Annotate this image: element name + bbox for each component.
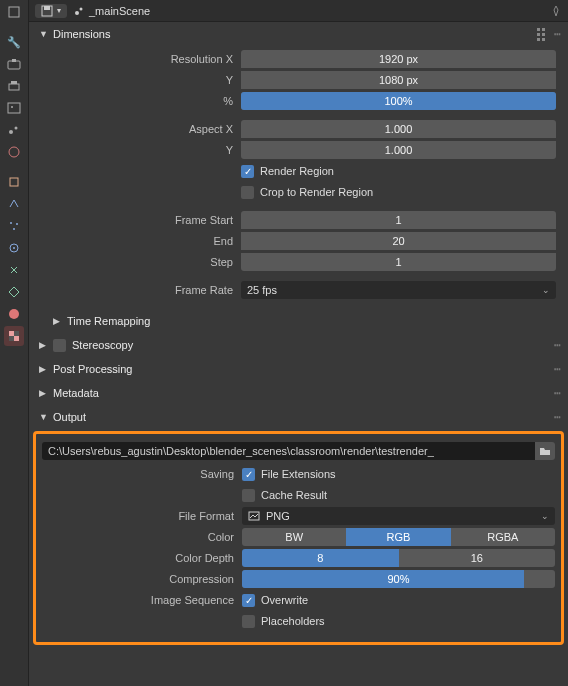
grip-icon[interactable]: ┅ [554, 339, 562, 352]
file-format-select[interactable]: PNG ⌄ [242, 507, 555, 525]
tool-world-icon[interactable] [4, 142, 24, 162]
aspect-y-input[interactable]: 1.000 [241, 141, 556, 159]
cache-result-checkbox[interactable] [242, 489, 255, 502]
left-toolbar: 🔧 [0, 0, 29, 686]
disclosure-triangle-icon: ▶ [39, 388, 49, 398]
aspect-x-input[interactable]: 1.000 [241, 120, 556, 138]
frame-rate-select[interactable]: 25 fps ⌄ [241, 281, 556, 299]
tool-texture-icon[interactable] [4, 326, 24, 346]
color-bw-button[interactable]: BW [242, 528, 346, 546]
panel-header-stereoscopy[interactable]: ▶ Stereoscopy ┅ [35, 333, 562, 357]
tool-wrench-icon[interactable]: 🔧 [4, 32, 24, 52]
svg-point-15 [13, 247, 15, 249]
grip-icon[interactable]: ┅ [554, 363, 562, 376]
panel-title: Stereoscopy [72, 339, 133, 351]
label-file-format: File Format [42, 510, 242, 522]
tool-camera-icon[interactable] [4, 54, 24, 74]
tool-object-icon[interactable] [4, 172, 24, 192]
svg-point-8 [15, 127, 18, 130]
panel-header-output[interactable]: ▼ Output ┅ [35, 405, 562, 429]
panel-title: Dimensions [53, 28, 110, 40]
disclosure-triangle-icon: ▼ [39, 412, 49, 422]
tool-modifier-icon[interactable] [4, 194, 24, 214]
svg-rect-2 [12, 59, 16, 62]
output-section-highlight: C:\Users\rebus_agustin\Desktop\blender_s… [33, 431, 564, 645]
label-image-sequence: Image Sequence [42, 594, 242, 606]
label-percent: % [41, 95, 241, 107]
overwrite-checkbox[interactable]: ✓ [242, 594, 255, 607]
crop-render-region-checkbox[interactable] [241, 186, 254, 199]
panel-header-time-remapping[interactable]: ▶ Time Remapping [35, 309, 562, 333]
svg-point-23 [75, 11, 79, 15]
render-region-checkbox[interactable]: ✓ [241, 165, 254, 178]
disclosure-triangle-icon: ▶ [39, 364, 49, 374]
label-aspect-y: Y [41, 144, 241, 156]
stereoscopy-enable-checkbox[interactable] [53, 339, 66, 352]
header-bar: ▾ _mainScene [29, 0, 568, 22]
resolution-y-input[interactable]: 1080 px [241, 71, 556, 89]
label-frame-start: Frame Start [41, 214, 241, 226]
tool-printer-icon[interactable] [4, 76, 24, 96]
label-aspect-x: Aspect X [41, 123, 241, 135]
svg-point-7 [9, 130, 13, 134]
svg-rect-19 [14, 331, 19, 336]
panel-title: Metadata [53, 387, 99, 399]
placeholders-checkbox[interactable] [242, 615, 255, 628]
svg-rect-1 [8, 61, 20, 69]
pin-context-dropdown[interactable]: ▾ [35, 4, 67, 18]
label-saving: Saving [42, 468, 242, 480]
tool-image-icon[interactable] [4, 98, 24, 118]
file-extensions-label: File Extensions [261, 468, 336, 480]
editor-type-dropdown-icon[interactable] [4, 2, 24, 22]
depth-8-button[interactable]: 8 [242, 549, 399, 567]
label-color: Color [42, 531, 242, 543]
color-mode-toggle: BW RGB RGBA [242, 528, 555, 546]
file-format-value: PNG [266, 510, 290, 522]
placeholders-label: Placeholders [261, 615, 325, 627]
tool-scene-icon[interactable] [4, 120, 24, 140]
tool-material-icon[interactable] [4, 304, 24, 324]
panel-header-dimensions[interactable]: ▼ Dimensions ┅ [35, 22, 562, 46]
label-frame-end: End [41, 235, 241, 247]
disclosure-triangle-icon: ▼ [39, 29, 49, 39]
disclosure-triangle-icon: ▶ [53, 316, 63, 326]
image-format-icon [248, 510, 260, 522]
compression-slider[interactable]: 90% [242, 570, 555, 588]
svg-point-13 [13, 228, 15, 230]
overwrite-label: Overwrite [261, 594, 308, 606]
panel-title: Output [53, 411, 86, 423]
tool-data-icon[interactable] [4, 282, 24, 302]
depth-16-button[interactable]: 16 [399, 549, 556, 567]
label-frame-rate: Frame Rate [41, 284, 241, 296]
color-rgba-button[interactable]: RGBA [451, 528, 555, 546]
panel-title: Time Remapping [67, 315, 150, 327]
scene-name[interactable]: _mainScene [73, 5, 544, 17]
properties-region: ▾ _mainScene ▼ Dimensions ┅ Resolution X [29, 0, 568, 686]
frame-end-input[interactable]: 20 [241, 232, 556, 250]
color-rgb-button[interactable]: RGB [346, 528, 450, 546]
frame-step-input[interactable]: 1 [241, 253, 556, 271]
frame-start-input[interactable]: 1 [241, 211, 556, 229]
cache-result-label: Cache Result [261, 489, 327, 501]
svg-rect-10 [10, 178, 18, 186]
svg-rect-18 [14, 336, 19, 341]
file-extensions-checkbox[interactable]: ✓ [242, 468, 255, 481]
grip-icon[interactable]: ┅ [554, 411, 562, 424]
tool-constraint-icon[interactable] [4, 260, 24, 280]
folder-icon [539, 445, 551, 457]
resolution-percent-slider[interactable]: 100% [241, 92, 556, 110]
preset-menu-icon[interactable] [536, 27, 550, 42]
tool-particle-icon[interactable] [4, 216, 24, 236]
resolution-x-input[interactable]: 1920 px [241, 50, 556, 68]
grip-icon[interactable]: ┅ [554, 387, 562, 400]
tool-physics-icon[interactable] [4, 238, 24, 258]
output-path-input[interactable]: C:\Users\rebus_agustin\Desktop\blender_s… [42, 442, 535, 460]
panel-header-metadata[interactable]: ▶ Metadata ┅ [35, 381, 562, 405]
browse-folder-button[interactable] [535, 442, 555, 460]
svg-rect-3 [9, 84, 19, 90]
panel-title: Post Processing [53, 363, 132, 375]
pin-icon[interactable] [550, 5, 562, 17]
panel-header-post-processing[interactable]: ▶ Post Processing ┅ [35, 357, 562, 381]
svg-rect-4 [11, 81, 17, 84]
grip-icon[interactable]: ┅ [554, 28, 562, 41]
